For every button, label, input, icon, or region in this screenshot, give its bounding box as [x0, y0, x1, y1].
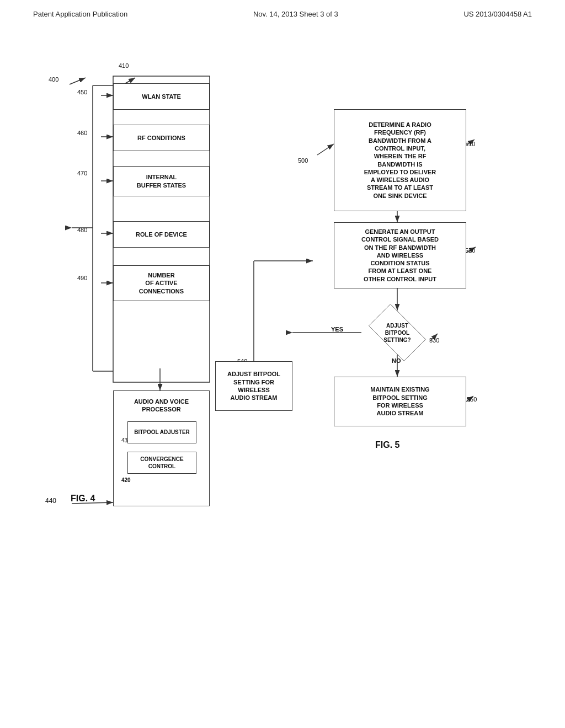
fig5-label: FIG. 5: [375, 440, 399, 450]
avp-label: AUDIO AND VOICE PROCESSOR: [114, 395, 209, 416]
ref-480: 480: [77, 227, 87, 233]
box-active-connections: NUMBER OF ACTIVE CONNECTIONS: [113, 265, 210, 301]
ref-550: 550: [467, 396, 477, 403]
diamond-530: ADJUST BITPOOL SETTING?: [361, 311, 433, 355]
ref-510: 510: [465, 141, 475, 147]
box-rf-conditions: RF CONDITIONS: [113, 125, 210, 151]
yes-label: YES: [331, 326, 343, 333]
box-wlan-state: WLAN STATE: [113, 83, 210, 110]
ref-470: 470: [77, 170, 87, 176]
no-label: NO: [392, 357, 401, 364]
diagram-area: 400 410 450 WLAN STATE 460 RF CONDITIONS…: [0, 24, 565, 702]
page-header: Patent Application Publication Nov. 14, …: [0, 0, 565, 24]
box-540: ADJUST BITPOOL SETTING FOR WIRELESS AUDI…: [215, 361, 292, 411]
label-410: 410: [119, 62, 129, 69]
ref-450: 450: [77, 89, 87, 95]
svg-line-17: [70, 78, 86, 84]
ref-420: 420: [121, 477, 131, 484]
box-avp-outer: AUDIO AND VOICE PROCESSOR 430 BITPOOL AD…: [113, 390, 210, 506]
box-510: DETERMINE A RADIO FREQUENCY (RF) BANDWID…: [334, 109, 466, 211]
svg-line-16: [317, 144, 334, 155]
box-internal-buffer: INTERNAL BUFFER STATES: [113, 166, 210, 196]
label-400: 400: [49, 76, 58, 83]
ref-520: 520: [465, 247, 475, 254]
label-440: 440: [45, 497, 56, 505]
label-500: 500: [298, 157, 308, 164]
header-left: Patent Application Publication: [33, 10, 127, 18]
box-550: MAINTAIN EXISTING BITPOOL SETTING FOR WI…: [334, 377, 466, 426]
ref-490: 490: [77, 275, 87, 281]
header-middle: Nov. 14, 2013 Sheet 3 of 3: [253, 10, 338, 18]
box-role-device: ROLE OF DEVICE: [113, 221, 210, 248]
fig4-label: FIG. 4: [71, 494, 95, 504]
box-bitpool: BITPOOL ADJUSTER: [127, 421, 196, 443]
box-520: GENERATE AN OUTPUT CONTROL SIGNAL BASED …: [334, 222, 466, 288]
header-right: US 2013/0304458 A1: [463, 10, 532, 18]
box-convergence: CONVERGENCE CONTROL: [127, 452, 196, 474]
ref-460: 460: [77, 130, 87, 136]
